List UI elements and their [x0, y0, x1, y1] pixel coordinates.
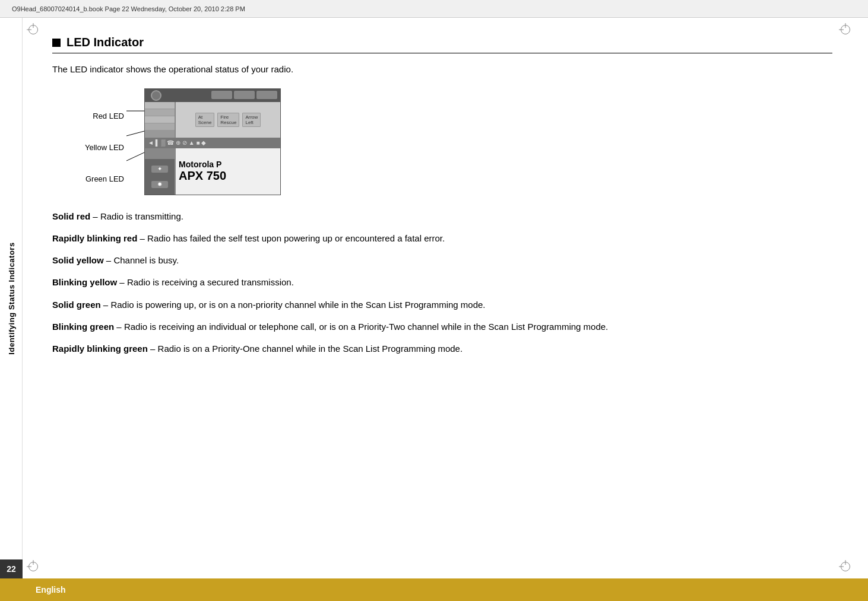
term-rapidly-blinking-green: Rapidly blinking green — [52, 344, 148, 354]
led-row-4 — [145, 123, 175, 131]
yellow-led-text: Yellow LED — [85, 143, 124, 152]
detail-blinking-yellow: Radio is receiving a secured transmissio… — [127, 277, 294, 287]
brand-area: Motorola P APX 750 — [176, 148, 280, 195]
desc-rapidly-blinking-red: Rapidly blinking red – Radio has failed … — [52, 231, 832, 245]
image-wrapper: Red LED Yellow LED Green LED — [64, 88, 281, 195]
screen-btn-2: FireRescue — [217, 113, 239, 127]
brand-motorola-text: Motorola P — [179, 160, 221, 169]
led-row-3 — [145, 116, 175, 123]
power-button — [151, 90, 161, 101]
sep-6: – — [114, 322, 124, 332]
detail-blinking-green: Radio is receiving an individual or tele… — [124, 322, 608, 332]
yellow-led-label: Yellow LED — [64, 143, 126, 152]
detail-solid-red: Radio is transmitting. — [100, 211, 183, 221]
section-title: LED Indicator — [66, 36, 144, 49]
led-row-5 — [145, 131, 175, 138]
top-buttons — [211, 91, 277, 99]
detail-rapidly-blinking-green: Radio is on a Priority-One channel while… — [158, 344, 463, 354]
heading-square-icon — [52, 39, 61, 47]
detail-rapidly-blinking-red: Radio has failed the self test upon powe… — [147, 233, 445, 243]
sep-4: – — [117, 277, 127, 287]
top-btn-1 — [211, 91, 232, 99]
sep-1: – — [90, 211, 100, 221]
footer: English — [0, 578, 868, 601]
desc-blinking-green: Blinking green – Radio is receiving an i… — [52, 320, 832, 333]
radio-top-bar — [145, 89, 280, 102]
sep-3: – — [104, 255, 114, 265]
svg-line-1 — [126, 131, 144, 136]
term-rapidly-blinking-red: Rapidly blinking red — [52, 233, 137, 243]
term-solid-yellow: Solid yellow — [52, 255, 104, 265]
icon-row-area: ◄ ▌ ▒ ☎ ⊕ ⊘ ▲ ■ ◆ — [145, 138, 280, 148]
intro-text: The LED indicator shows the operational … — [52, 63, 832, 77]
detail-solid-green: Radio is powering up, or is on a non-pri… — [110, 300, 485, 310]
led-row-1 — [145, 102, 175, 109]
term-solid-green: Solid green — [52, 300, 101, 310]
page-header: O9Head_68007024014_b.book Page 22 Wednes… — [0, 0, 868, 18]
term-blinking-green: Blinking green — [52, 322, 114, 332]
descriptions-container: Solid red – Radio is transmitting. Rapid… — [52, 209, 832, 356]
desc-solid-green: Solid green – Radio is powering up, or i… — [52, 298, 832, 311]
bottom-controls: ✦ ✸ — [145, 159, 175, 195]
sidebar-rotated-label: Identifying Status Indicators — [7, 242, 15, 354]
icon-row-symbols: ◄ ▌ ▒ ☎ ⊕ ⊘ ▲ ■ ◆ — [148, 139, 206, 146]
image-section: Red LED Yellow LED Green LED — [64, 88, 832, 195]
svg-line-2 — [126, 152, 144, 161]
term-blinking-yellow: Blinking yellow — [52, 277, 117, 287]
red-led-label: Red LED — [64, 112, 126, 120]
brand-apx-text: APX 750 — [179, 169, 226, 183]
term-solid-red: Solid red — [52, 211, 90, 221]
section-heading: LED Indicator — [52, 36, 832, 53]
detail-solid-yellow: Channel is busy. — [113, 255, 179, 265]
screen-area: AtScene FireRescue ArrowLeft — [176, 102, 280, 138]
led-row-2 — [145, 109, 175, 116]
ctrl-btn-bottom: ✸ — [151, 181, 168, 188]
screen-btn-3: ArrowLeft — [242, 113, 261, 127]
ctrl-btn-top: ✦ — [151, 166, 168, 173]
top-btn-3 — [256, 91, 277, 99]
led-indicator-rows — [145, 102, 175, 138]
radio-image: AtScene FireRescue ArrowLeft ◄ ▌ ▒ ☎ ⊕ ⊘… — [144, 88, 281, 195]
red-led-text: Red LED — [93, 112, 124, 120]
screen-btn-1: AtScene — [195, 113, 215, 127]
header-text: O9Head_68007024014_b.book Page 22 Wednes… — [12, 5, 245, 12]
green-led-label: Green LED — [64, 174, 126, 183]
sep-5: – — [101, 300, 111, 310]
page-number-box: 22 — [0, 559, 23, 578]
desc-solid-yellow: Solid yellow – Channel is busy. — [52, 253, 832, 267]
desc-rapidly-blinking-green: Rapidly blinking green – Radio is on a P… — [52, 342, 832, 355]
desc-solid-red: Solid red – Radio is transmitting. — [52, 209, 832, 223]
sep-7: – — [148, 344, 158, 354]
main-content: LED Indicator The LED indicator shows th… — [23, 18, 868, 578]
footer-english-label: English — [0, 585, 66, 594]
sep-2: – — [137, 233, 147, 243]
page-number: 22 — [7, 564, 16, 574]
desc-blinking-yellow: Blinking yellow – Radio is receiving a s… — [52, 275, 832, 289]
top-btn-2 — [234, 91, 255, 99]
sidebar: Identifying Status Indicators — [0, 18, 23, 578]
green-led-text: Green LED — [85, 174, 124, 183]
led-labels: Red LED Yellow LED Green LED — [64, 88, 126, 207]
